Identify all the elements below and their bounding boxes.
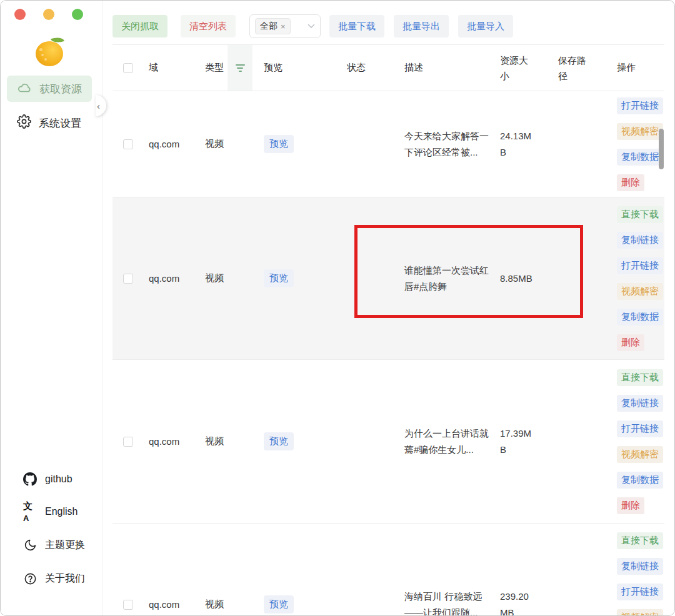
- preview-button[interactable]: 预览: [264, 432, 294, 450]
- preview-button[interactable]: 预览: [264, 595, 294, 614]
- action-button[interactable]: 复制链接: [617, 558, 663, 575]
- row-checkbox[interactable]: [123, 600, 133, 610]
- github-icon: [23, 472, 37, 486]
- cell-size: 239.20MB: [500, 589, 536, 616]
- action-button[interactable]: 打开链接: [617, 257, 663, 274]
- header-status: 状态: [336, 45, 397, 91]
- action-button[interactable]: 视频解密: [617, 609, 663, 616]
- header-domain: 域: [149, 45, 205, 91]
- cell-size: 8.85MB: [500, 271, 532, 287]
- sidebar-item-label: 关于我们: [45, 572, 85, 585]
- sidebar-item-system-settings[interactable]: 系统设置: [7, 110, 92, 136]
- sidebar-item-language[interactable]: 文A English: [23, 503, 78, 520]
- cell-type: 视频: [205, 360, 228, 523]
- sidebar-item-get-resources[interactable]: 获取资源: [7, 76, 92, 102]
- toolbar: 关闭抓取 清空列表 全部 × 批量下载 批量导出 批量导入: [112, 14, 522, 38]
- action-button[interactable]: 视频解密: [617, 446, 663, 463]
- cloud-icon: [17, 80, 32, 98]
- action-button[interactable]: 直接下载: [617, 532, 663, 549]
- cell-status: [336, 197, 397, 359]
- stop-capture-button[interactable]: 关闭抓取: [112, 15, 168, 37]
- cell-status: [336, 360, 397, 523]
- vertical-scrollbar-thumb[interactable]: [659, 129, 664, 169]
- table-row: qq.com 视频 预览 为什么一上台讲话就蔫#骗你生女儿... 17.39MB…: [112, 360, 664, 524]
- table-header-row: 域 类型 预览 状态 描述 资源大小 保存路径 操作: [112, 44, 664, 91]
- sidebar-item-theme-toggle[interactable]: 主题更换: [23, 536, 85, 554]
- minimize-window-button[interactable]: [43, 9, 54, 20]
- sidebar: 获取资源 系统设置 github 文A English: [1, 1, 102, 615]
- table-row: qq.com 视频 预览 海纳百川 行稳致远——让我们跟随... 239.20M…: [112, 524, 664, 616]
- header-type: 类型: [205, 45, 228, 91]
- action-button[interactable]: 复制链接: [617, 395, 663, 412]
- cell-path: [556, 524, 604, 616]
- action-button[interactable]: 打开链接: [617, 420, 663, 437]
- gear-icon: [17, 114, 31, 132]
- table-row: qq.com 视频 预览 谁能懂第一次尝试红唇#点胯舞 8.85MB 直接下载复…: [112, 197, 664, 360]
- header-type-filter[interactable]: [228, 45, 252, 91]
- preview-button[interactable]: 预览: [264, 135, 294, 153]
- action-button[interactable]: 复制数据: [617, 472, 663, 489]
- cell-path: [556, 360, 604, 523]
- clear-list-button[interactable]: 清空列表: [181, 15, 236, 37]
- action-button[interactable]: 视频解密: [617, 283, 663, 300]
- cell-path: [556, 197, 604, 359]
- chevron-left-icon: ‹: [97, 101, 100, 111]
- batch-import-button[interactable]: 批量导入: [458, 15, 513, 37]
- batch-download-button[interactable]: 批量下载: [329, 15, 384, 37]
- cell-description: 今天来给大家解答一下评论区经常被...: [404, 128, 492, 161]
- action-button[interactable]: 直接下载: [617, 369, 663, 386]
- sidebar-item-about[interactable]: 关于我们: [23, 570, 85, 587]
- action-button[interactable]: 打开链接: [617, 97, 663, 114]
- row-checkbox[interactable]: [123, 274, 133, 284]
- table-body: qq.com 视频 预览 今天来给大家解答一下评论区经常被... 24.13MB…: [112, 91, 664, 616]
- cell-domain: qq.com: [149, 524, 205, 616]
- batch-export-button[interactable]: 批量导出: [394, 15, 449, 37]
- tag-close-icon[interactable]: ×: [281, 22, 286, 31]
- type-filter-select[interactable]: 全部 ×: [249, 14, 321, 38]
- action-button[interactable]: 删除: [617, 334, 644, 351]
- cell-size: 17.39MB: [500, 425, 536, 458]
- action-button[interactable]: 直接下载: [617, 206, 663, 223]
- sidebar-item-label: 主题更换: [45, 539, 85, 552]
- filter-icon[interactable]: [236, 64, 245, 72]
- action-button[interactable]: 视频解密: [617, 123, 663, 140]
- app-logo-orange-icon: [35, 37, 65, 67]
- row-actions: 直接下载复制链接打开链接视频解密复制数据删除: [604, 524, 664, 616]
- action-button[interactable]: 复制数据: [617, 149, 663, 166]
- preview-button[interactable]: 预览: [264, 269, 294, 287]
- zoom-window-button[interactable]: [72, 9, 83, 20]
- sidebar-item-label: github: [45, 474, 72, 485]
- action-button[interactable]: 打开链接: [617, 584, 663, 600]
- main-content: 关闭抓取 清空列表 全部 × 批量下载 批量导出 批量导入 域 类型: [103, 1, 664, 616]
- question-icon: [23, 572, 37, 585]
- cell-filter-spacer: [228, 360, 252, 523]
- sidebar-item-label: 系统设置: [39, 116, 81, 131]
- action-button[interactable]: 删除: [617, 497, 644, 514]
- cell-filter-spacer: [228, 524, 252, 616]
- cell-description: 谁能懂第一次尝试红唇#点胯舞: [404, 262, 492, 295]
- header-actions: 操作: [604, 45, 664, 91]
- moon-icon: [23, 539, 37, 552]
- filter-tag: 全部 ×: [255, 18, 291, 34]
- chevron-down-icon: [308, 24, 315, 29]
- cell-status: [336, 91, 397, 197]
- cell-description: 为什么一上台讲话就蔫#骗你生女儿...: [404, 425, 492, 458]
- cell-domain: qq.com: [149, 91, 205, 197]
- cell-type: 视频: [205, 197, 228, 359]
- cell-domain: qq.com: [149, 360, 205, 523]
- cell-filter-spacer: [228, 197, 252, 359]
- header-description: 描述: [397, 45, 495, 91]
- action-button[interactable]: 复制数据: [617, 309, 663, 325]
- table-row: qq.com 视频 预览 今天来给大家解答一下评论区经常被... 24.13MB…: [112, 91, 664, 197]
- sidebar-item-label: English: [45, 506, 78, 517]
- cell-status: [336, 524, 397, 616]
- action-button[interactable]: 删除: [617, 174, 644, 191]
- close-window-button[interactable]: [14, 9, 26, 20]
- row-checkbox[interactable]: [123, 437, 133, 447]
- action-button[interactable]: 复制链接: [617, 232, 663, 249]
- sidebar-item-github[interactable]: github: [23, 470, 72, 488]
- row-checkbox[interactable]: [123, 139, 133, 149]
- select-all-checkbox[interactable]: [123, 63, 133, 73]
- header-preview: 预览: [252, 45, 336, 91]
- cell-type: 视频: [205, 524, 228, 616]
